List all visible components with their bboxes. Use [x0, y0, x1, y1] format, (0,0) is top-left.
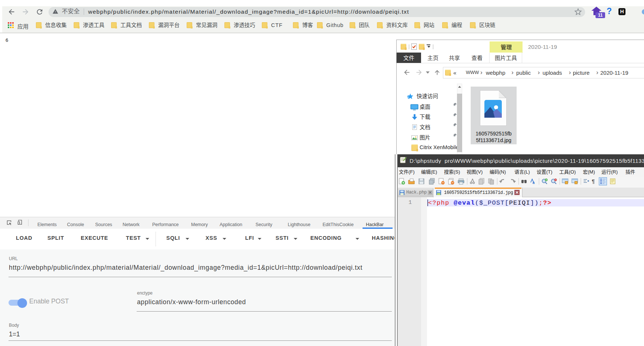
- svg-text:¶: ¶: [592, 178, 595, 184]
- svg-text:a: a: [533, 181, 535, 185]
